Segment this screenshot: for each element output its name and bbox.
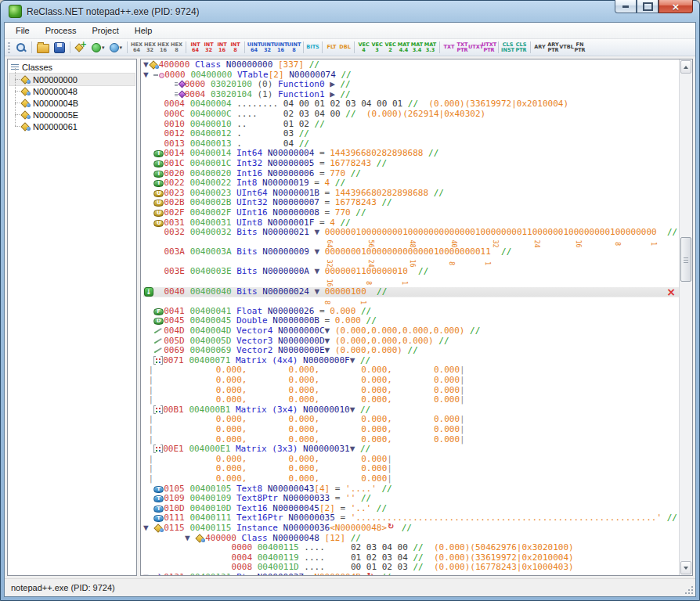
fn-icon	[175, 90, 185, 99]
class-name-label: N00000048	[33, 87, 78, 96]
insert-here-icon[interactable]: ↓	[144, 287, 153, 297]
type-array-button[interactable]: ARY	[533, 41, 547, 55]
minimize-button[interactable]	[615, 0, 637, 13]
title-bar[interactable]: ReClass.NET notepad++.exe (PID: 9724)	[1, 1, 699, 22]
bits-row[interactable]: 0032 00400032 Bits N00000021 ▼ 000000100…	[143, 228, 679, 247]
type-text16ptr-button[interactable]: UTXTPTR	[482, 41, 496, 55]
text-icon	[153, 495, 164, 502]
menu-item-help[interactable]: Help	[127, 24, 161, 37]
type-array-ptr-button[interactable]: ARYPTR	[547, 41, 560, 55]
scroll-down-button[interactable]	[680, 561, 691, 574]
type-uint8-button[interactable]: UINT8	[287, 41, 301, 55]
node-listing[interactable]: ▼400000 Class N00000000 [337] //▼ 0000 0…	[141, 59, 679, 575]
save-button[interactable]	[52, 41, 67, 55]
type-int8-button[interactable]: INT8	[229, 41, 242, 55]
class-icon	[20, 99, 31, 107]
type-hex64-button[interactable]: HEX64	[130, 41, 143, 55]
open-file-icon	[37, 44, 49, 53]
scrollbar-thumb[interactable]	[680, 237, 691, 282]
navigation-menu-button[interactable]: ▾	[107, 41, 125, 55]
type-float-button[interactable]: FLT	[325, 41, 338, 55]
close-icon	[672, 0, 680, 13]
type-uint16-button[interactable]: UINT16	[274, 41, 287, 55]
close-button[interactable]	[659, 0, 693, 13]
uint-icon	[153, 190, 164, 197]
bits-row[interactable]: 003E 0040003E Bits N0000000A ▼ 000000110…	[143, 267, 679, 286]
matrix-icon	[153, 356, 163, 365]
class-name-label: N00000061	[33, 122, 78, 131]
type-fnptr-button[interactable]: FNPTR	[573, 41, 586, 55]
type-hex32-button[interactable]: HEX32	[143, 41, 157, 55]
type-uint64-button[interactable]: UINT64	[247, 41, 261, 55]
type-matrix3x4-button[interactable]: MAT3.4	[410, 41, 424, 55]
search-button[interactable]	[13, 41, 29, 55]
type-hex16-button[interactable]: HEX16	[157, 41, 170, 55]
class-tree-item[interactable]: N0000005E	[9, 109, 135, 121]
class-tree-root[interactable]: Classes	[9, 61, 135, 74]
menu-bar: FileProcessProjectHelp	[5, 23, 695, 39]
add-class-button[interactable]	[73, 41, 89, 55]
type-vector2-button[interactable]: VEC2	[384, 41, 397, 55]
class-tree-root-label: Classes	[22, 63, 52, 72]
cycle-icon	[387, 524, 396, 532]
type-vtable-button[interactable]: VTBL	[560, 41, 573, 55]
type-class-ptr-button[interactable]: CLSPTR	[514, 41, 528, 55]
type-int16-button[interactable]: INT16	[215, 41, 229, 55]
text-icon	[153, 486, 164, 493]
remove-node-icon[interactable]: ×	[666, 286, 676, 297]
text-icon	[153, 515, 164, 522]
bits-value: 00000100	[325, 286, 366, 297]
bits-row[interactable]: 0040 00400040 Bits N00000024 ▼ 00000100 …	[143, 287, 679, 307]
resize-grip[interactable]	[684, 585, 693, 594]
toolbar-separator	[303, 41, 304, 53]
vector-icon	[153, 326, 164, 335]
float-icon	[153, 308, 164, 315]
maximize-button[interactable]	[637, 0, 659, 13]
type-class-instance-button[interactable]: CLSINST	[501, 41, 514, 55]
scrollbar-track[interactable]	[680, 74, 692, 560]
uint-icon	[153, 200, 164, 207]
type-int64-button[interactable]: INT64	[189, 41, 202, 55]
class-name-label: N0000005E	[33, 110, 78, 120]
class-tree-item[interactable]: N0000004B	[9, 97, 135, 109]
open-file-button[interactable]	[34, 41, 52, 55]
dropdown-caret-icon: ▾	[120, 45, 123, 51]
search-icon	[16, 42, 27, 53]
bits-row[interactable]: 003A 0040003A Bits N00000009 ▼ 000000010…	[143, 247, 679, 267]
type-text16-button[interactable]: UTXT	[469, 41, 482, 55]
class-name-label: N00000000	[33, 75, 78, 85]
toolbar-separator	[530, 41, 531, 53]
bits-value: 00000001000000000000010000000011	[325, 247, 491, 257]
menu-item-project[interactable]: Project	[84, 24, 126, 37]
uint-icon	[153, 220, 164, 227]
toolbar-separator	[439, 41, 440, 53]
class-name-label: N0000004B	[33, 99, 78, 108]
toolbar: ▾▾HEX64HEX32HEX16HEX8INT64INT32INT16INT8…	[5, 39, 695, 56]
type-vector3-button[interactable]: VEC3	[370, 41, 384, 55]
minimize-icon	[622, 5, 629, 8]
class-tree-item[interactable]: N00000048	[9, 85, 135, 97]
pointer-row[interactable]: ▼ 0121 00400121 Ptr N00000037 <N0000004B…	[143, 573, 679, 575]
bits-value: 0000001000000001000000000000010000000011…	[325, 227, 657, 237]
type-uint32-button[interactable]: UINT32	[261, 41, 274, 55]
type-text8ptr-button[interactable]: TXTPTR	[456, 41, 469, 55]
menu-item-process[interactable]: Process	[38, 24, 85, 37]
workspace: Classes N00000000N00000048N0000004BN0000…	[5, 56, 695, 578]
status-bar: notepad++.exe (PID: 9724)	[5, 578, 695, 596]
type-matrix3x3-button[interactable]: MAT3.3	[424, 41, 437, 55]
type-hex8-button[interactable]: HEX8	[170, 41, 183, 55]
type-bits-button[interactable]: BITS	[306, 41, 319, 55]
type-int32-button[interactable]: INT32	[202, 41, 215, 55]
dropdown-caret-icon: ▾	[102, 45, 105, 51]
class-tree-item[interactable]: N00000061	[9, 121, 135, 132]
process-menu-button[interactable]: ▾	[89, 41, 107, 55]
type-text8-button[interactable]: TXT	[442, 41, 456, 55]
type-double-button[interactable]: DBL	[338, 41, 352, 55]
ptr-icon	[153, 573, 164, 575]
class-tree-item[interactable]: N00000000	[9, 74, 135, 85]
type-vector4-button[interactable]: VEC4	[357, 41, 370, 55]
vertical-scrollbar[interactable]	[679, 59, 692, 575]
type-matrix4x4-button[interactable]: MAT4.4	[397, 41, 410, 55]
scroll-up-button[interactable]	[680, 60, 691, 74]
menu-item-file[interactable]: File	[8, 24, 38, 37]
